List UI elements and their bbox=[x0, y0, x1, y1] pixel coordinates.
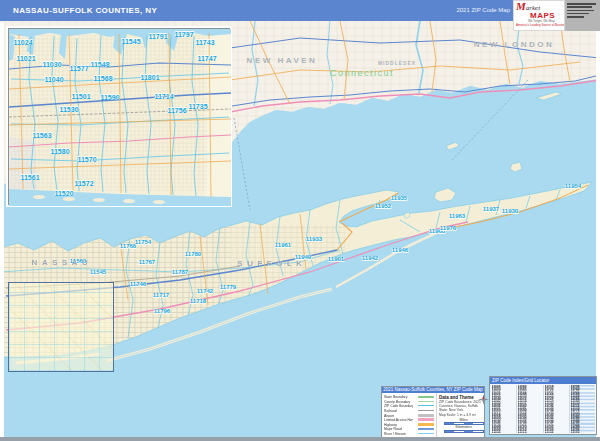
zip-index-body: 1100111003110101102011021110231102411030… bbox=[490, 384, 596, 434]
legend-item-swatch bbox=[418, 410, 434, 411]
legend-item: River / Stream bbox=[384, 431, 434, 436]
contact-line bbox=[567, 3, 596, 5]
legend-item-swatch bbox=[418, 396, 434, 398]
inset-zip-code-label: 11743 bbox=[195, 39, 214, 46]
inset-zip-code-label: 11572 bbox=[74, 180, 93, 187]
inset-label-layer: 1102411021110301157711548110401156811501… bbox=[9, 29, 231, 206]
inset-zip-code-label: 11545 bbox=[121, 38, 140, 45]
legend-data-theme: Data and Theme ZIP Code Boundaries: 2021… bbox=[437, 393, 490, 437]
zip-index-title: ZIP Code Index/Grid Locator bbox=[490, 377, 596, 384]
inset-zip-code-label: 11568 bbox=[93, 75, 112, 82]
legend-item-label: Railroad bbox=[384, 408, 413, 412]
logo-subtagline: America's Leading Source of Business Map… bbox=[516, 23, 562, 27]
contact-info-box bbox=[565, 0, 600, 31]
inset-zip-code-label: 11590 bbox=[100, 94, 119, 101]
index-column: 1156011561115631156511566115681157011572… bbox=[516, 385, 542, 433]
inset-zip-code-label: 11021 bbox=[16, 55, 35, 62]
legend-item-swatch bbox=[418, 401, 434, 402]
compass-rose-icon bbox=[478, 394, 489, 405]
legend-item-swatch bbox=[418, 414, 434, 417]
inset-zip-code-label: 11714 bbox=[154, 93, 173, 100]
inset-zip-code-label: 11801 bbox=[140, 74, 159, 81]
sheet-bottom-edge bbox=[0, 437, 600, 441]
contact-line bbox=[567, 10, 594, 12]
contact-line bbox=[567, 13, 589, 15]
inset-map-western-nassau: 1102411021110301157711548110401156811501… bbox=[8, 28, 230, 205]
zip-index-panel: ZIP Code Index/Grid Locator 110011100311… bbox=[489, 376, 597, 435]
inset-zip-code-label: 11520 bbox=[54, 190, 73, 197]
inset-zip-code-label: 11563 bbox=[32, 132, 51, 139]
logo-maps: MAPS bbox=[530, 12, 562, 19]
inset-zip-code-label: 11530 bbox=[59, 106, 78, 113]
legend-item-label: River / Stream bbox=[384, 431, 413, 435]
inset-zip-code-label: 11797 bbox=[174, 31, 193, 38]
map-edition: 2021 ZIP Code Map bbox=[456, 0, 510, 21]
inset-zip-code-label: 11040 bbox=[44, 76, 63, 83]
contact-line bbox=[567, 16, 584, 18]
inset-zip-code-label: 11030 bbox=[42, 61, 61, 68]
map-sheet: Connecticut 1156011545117681175411780117… bbox=[0, 0, 600, 441]
inset-zip-code-label: 11577 bbox=[69, 65, 88, 72]
inset-zip-code-label: 11548 bbox=[90, 61, 109, 68]
index-column-inner: 1156011561115631156511566115681157011572… bbox=[517, 385, 542, 433]
inset-zip-code-label: 11501 bbox=[71, 93, 90, 100]
logo-m-icon: M bbox=[516, 0, 526, 12]
index-column-inner: 1100111003110101102011021110231102411030… bbox=[491, 385, 516, 433]
contact-line bbox=[567, 6, 592, 8]
inset-zip-code-label: 11735 bbox=[188, 103, 207, 110]
index-column: 1171811719117201172111722117241172511726… bbox=[543, 385, 569, 433]
legend-panel: 2021 Nassau-Suffolk Counties, NY ZIP Cod… bbox=[381, 386, 485, 438]
inset-zip-code-label: 11756 bbox=[167, 107, 186, 114]
legend-body: State BoundaryCounty BoundaryZIP Code Bo… bbox=[382, 393, 484, 437]
legend-data-row: Map Scale: 1 in = 3.9 mi bbox=[439, 413, 481, 417]
inset-zip-code-label: 11570 bbox=[77, 156, 96, 163]
index-column-inner: 1175711758117621176311764117651176611767… bbox=[570, 385, 595, 433]
index-column: 1175711758117621176311764117651176611767… bbox=[569, 385, 595, 433]
legend-item-label: State Boundary bbox=[384, 395, 413, 399]
title-bar: NASSAU-SUFFOLK COUNTIES, NY 2021 ZIP Cod… bbox=[0, 0, 600, 21]
inset-extent-rectangle bbox=[8, 282, 114, 372]
inset-zip-code-label: 11747 bbox=[197, 55, 216, 62]
inset-zip-code-label: 11791 bbox=[148, 33, 167, 40]
legend-item-swatch bbox=[418, 405, 434, 406]
legend-item-swatch bbox=[418, 423, 434, 426]
inset-zip-code-label: 11580 bbox=[50, 148, 69, 155]
legend-items: State BoundaryCounty BoundaryZIP Code Bo… bbox=[382, 393, 437, 437]
inset-zip-code-label: 11024 bbox=[13, 39, 32, 46]
legend-item-label: Limited Access Hwy bbox=[384, 418, 413, 422]
index-column-inner: 1171811719117201172111722117241172511726… bbox=[544, 385, 569, 433]
map-title: NASSAU-SUFFOLK COUNTIES, NY bbox=[13, 0, 157, 21]
inset-zip-code-label: 11561 bbox=[20, 174, 39, 181]
legend-item-swatch bbox=[418, 433, 434, 434]
index-column: 1100111003110101102011021110231102411030… bbox=[491, 385, 516, 433]
legend-item-swatch bbox=[418, 428, 434, 430]
scalebar-kilometers bbox=[444, 430, 484, 433]
marketmaps-logo: Market MAPS We Target. We Map. America's… bbox=[513, 0, 565, 31]
legend-item-swatch bbox=[418, 418, 434, 421]
sheet-margin-left bbox=[0, 22, 4, 437]
